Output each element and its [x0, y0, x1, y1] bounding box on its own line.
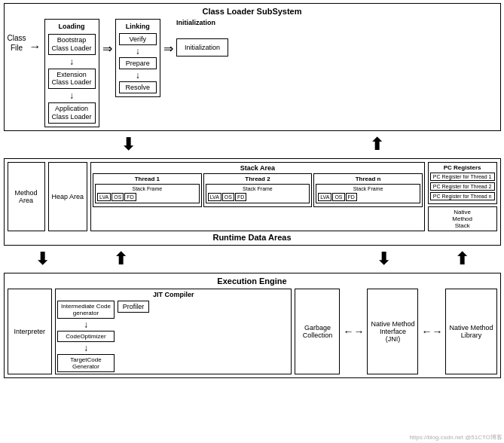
thread-n-box: Thread n Stack Frame LVA OS FD: [313, 173, 423, 207]
class-file-label: Class File: [8, 34, 26, 52]
pc-reg-n: PC Register for Thread n: [430, 192, 495, 200]
heap-area-label: Heap Area: [52, 193, 84, 200]
main-container: Class Loader SubSystem Class File → Load…: [4, 3, 501, 378]
runtime-box: Method Area Heap Area Stack Area Thread …: [4, 158, 501, 246]
big-arrow-up-2: ⬆: [114, 249, 127, 269]
classloader-title: Class Loader SubSystem: [8, 7, 497, 16]
bootstrap-loader: Bootstrap Class Loader: [48, 34, 96, 55]
native-method-stack-label: Native Method Stack: [452, 209, 472, 229]
os-2: OS: [222, 193, 234, 201]
lva-row-2: LVA OS FD: [208, 193, 308, 201]
arrow-to-linking: ⇒: [102, 41, 112, 56]
sf-label-2: Stack Frame: [208, 186, 308, 191]
big-arrow-down-3: ⬇: [377, 249, 390, 269]
classloader-inner: Class File → Loading Bootstrap Class Loa…: [8, 19, 497, 127]
jit-arrow-1: ↓: [57, 320, 115, 329]
lr-arrow-2: ←→: [421, 325, 442, 338]
lva-row-n: LVA OS FD: [318, 193, 418, 201]
arrows-middle-2: ←→: [421, 289, 442, 374]
execution-title: Execution Engine: [8, 276, 497, 286]
big-arrow-up-3: ⬆: [455, 249, 469, 269]
native-method-stack: Native Method Stack: [428, 206, 497, 231]
big-arrow-up-1: ⬆: [370, 135, 383, 154]
jit-step-2: CodeOptimizer: [57, 331, 115, 342]
jit-title: JIT Compiler: [57, 291, 289, 298]
arrow-down-3: ↓: [119, 47, 157, 56]
fd-2: FD: [235, 193, 246, 201]
watermark: https://blog.csdn.net @51CTO博客: [409, 433, 502, 441]
init-label: Initialization: [176, 19, 215, 26]
loading-title: Loading: [48, 23, 96, 30]
garbage-collection-box: Garbage Collection: [295, 289, 340, 374]
execution-engine-box: Execution Engine Interpreter JIT Compile…: [4, 273, 501, 378]
pc-reg-2: PC Register for Thread 2: [430, 182, 495, 191]
nmi-label: Native Method Interface (JNI): [371, 320, 414, 343]
init-box: Initialization: [176, 38, 228, 57]
lva-1: LVA: [97, 193, 111, 201]
thread-2-stackframe: Stack Frame LVA OS FD: [206, 184, 310, 203]
interpreter-label: Interpreter: [14, 328, 46, 335]
os-n: OS: [332, 193, 344, 201]
jit-arrow-2: ↓: [57, 344, 115, 353]
loading-box: Loading Bootstrap Class Loader ↓ Extensi…: [44, 19, 99, 127]
runtime-bottom-title: Runtime Data Areas: [8, 233, 497, 242]
nml-label: Native Method Library: [449, 324, 493, 339]
thread-1-label: Thread 1: [95, 176, 200, 182]
method-area: Method Area: [8, 162, 45, 231]
method-area-label: Method Area: [14, 189, 37, 204]
pc-native-section: PC Registers PC Register for Thread 1 PC…: [428, 162, 497, 231]
runtime-inner: Method Area Heap Area Stack Area Thread …: [8, 162, 497, 231]
profiler-label: Profiler: [123, 303, 145, 310]
heap-area: Heap Area: [48, 162, 88, 231]
arrows-section-2: ⬇ ⬆ ⬇ ⬆: [4, 249, 501, 269]
pc-registers-title: PC Registers: [430, 164, 495, 171]
thread-n-label: Thread n: [316, 176, 420, 182]
big-arrow-down-2: ⬇: [35, 249, 49, 269]
verify-step: Verify: [119, 33, 157, 45]
lva-2: LVA: [208, 193, 221, 201]
fd-1: FD: [124, 193, 136, 201]
init-outer: Initialization Initialization: [176, 19, 228, 57]
linking-box: Linking Verify ↓ Prepare ↓ Resolve: [115, 19, 161, 97]
stack-area-title: Stack Area: [93, 164, 423, 172]
thread-n-stackframe: Stack Frame LVA OS FD: [316, 184, 420, 203]
interpreter-box: Interpreter: [8, 289, 53, 374]
fd-n: FD: [346, 193, 357, 201]
arrow-to-init: ⇒: [163, 41, 173, 56]
jit-inner: Intermediate Code generator ↓ CodeOptimi…: [57, 301, 289, 372]
class-label: Class: [8, 34, 26, 42]
jit-step-1: Intermediate Code generator: [57, 301, 115, 319]
jit-step-3: TargetCode Generator: [57, 354, 115, 372]
arrow-down-2: ↓: [48, 91, 96, 100]
native-method-interface-box: Native Method Interface (JNI): [367, 289, 418, 374]
execution-inner: Interpreter JIT Compiler Intermediate Co…: [8, 289, 497, 374]
prepare-step: Prepare: [119, 57, 157, 69]
thread-2-box: Thread 2 Stack Frame LVA OS FD: [203, 173, 313, 207]
arrow-down-4: ↓: [119, 71, 157, 80]
jit-compiler-box: JIT Compiler Intermediate Code generator…: [55, 289, 292, 374]
arrow-down-1: ↓: [48, 57, 96, 66]
file-label: File: [11, 44, 23, 52]
sf-label-1: Stack Frame: [97, 186, 197, 191]
stack-area: Stack Area Thread 1 Stack Frame LVA OS F…: [90, 162, 425, 231]
sf-label-n: Stack Frame: [318, 186, 418, 191]
gc-label: Garbage Collection: [303, 324, 333, 339]
linking-title: Linking: [119, 23, 157, 30]
native-method-library-box: Native Method Library: [445, 289, 496, 374]
thread-1-stackframe: Stack Frame LVA OS FD: [95, 184, 200, 203]
profiler-box: Profiler: [118, 301, 150, 313]
lr-arrow-1: ←→: [343, 325, 364, 338]
thread-2-label: Thread 2: [206, 176, 310, 182]
resolve-step: Resolve: [119, 81, 157, 93]
os-1: OS: [111, 193, 124, 201]
arrows-middle: ←→: [343, 289, 364, 374]
thread-1-box: Thread 1 Stack Frame LVA OS FD: [93, 173, 202, 207]
classloader-subsystem: Class Loader SubSystem Class File → Load…: [4, 3, 501, 131]
application-loader: Application Class Loader: [48, 102, 96, 124]
threads-row: Thread 1 Stack Frame LVA OS FD Thread: [93, 173, 423, 207]
arrow-right-icon: →: [29, 40, 41, 53]
lva-n: LVA: [318, 193, 331, 201]
lva-row-1: LVA OS FD: [97, 193, 197, 201]
extension-loader: Extension Class Loader: [48, 69, 96, 90]
big-arrow-down-1: ⬇: [121, 135, 135, 154]
